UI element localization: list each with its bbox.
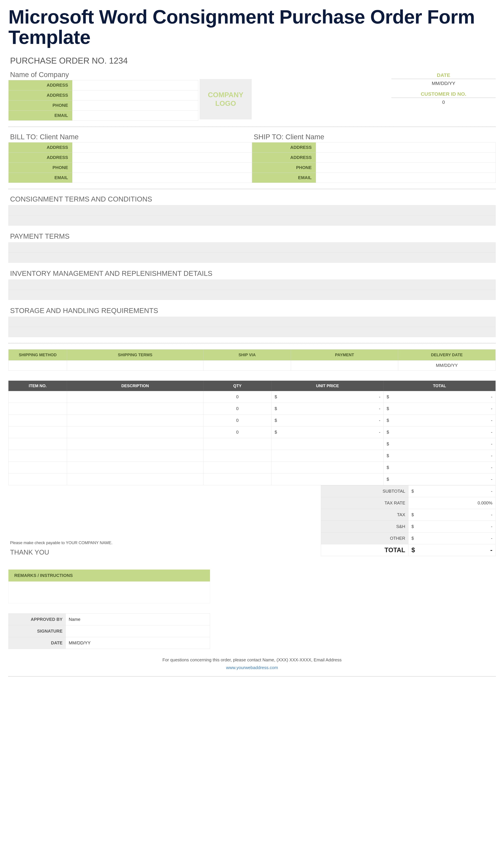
col-header: SHIPPING METHOD — [8, 349, 67, 360]
footer-link[interactable]: www.yourwebaddress.com — [8, 665, 496, 670]
item-no-cell[interactable] — [8, 391, 67, 403]
divider — [8, 343, 496, 343]
delivery-date-cell[interactable]: MM/DD/YY — [398, 360, 496, 371]
payment-terms-title: PAYMENT TERMS — [8, 232, 496, 240]
total-cell[interactable]: $- — [383, 403, 496, 414]
field-value[interactable] — [72, 80, 198, 90]
field-value[interactable] — [316, 152, 496, 162]
field-value[interactable] — [72, 110, 198, 120]
col-header: SHIPPING TERMS — [67, 349, 203, 360]
field-label: ADDRESS — [8, 90, 72, 100]
ship-via-cell[interactable] — [203, 360, 291, 371]
remarks-body[interactable] — [8, 582, 210, 603]
item-no-cell[interactable] — [8, 473, 67, 485]
qty-cell[interactable] — [203, 462, 271, 473]
table-row: $- — [8, 462, 496, 473]
description-cell[interactable] — [67, 426, 203, 438]
totals-label-cell: OTHER — [321, 532, 409, 544]
unit-price-cell[interactable]: $- — [271, 391, 383, 403]
table-row: $- — [8, 450, 496, 462]
totals-value-cell: $- — [409, 485, 496, 497]
unit-price-cell[interactable]: $- — [271, 414, 383, 426]
inventory-area[interactable] — [8, 279, 496, 300]
approval-value-cell[interactable] — [66, 625, 210, 637]
totals-row: S&H$- — [321, 520, 496, 532]
field-value[interactable] — [72, 142, 252, 152]
approval-value-cell[interactable]: MM/DD/YY — [66, 637, 210, 649]
field-value[interactable] — [316, 142, 496, 152]
qty-cell[interactable] — [203, 450, 271, 462]
grand-total-value: $- — [409, 544, 496, 556]
unit-price-cell[interactable] — [271, 438, 383, 450]
date-value[interactable]: MM/DD/YY — [392, 79, 496, 89]
shipping-method-cell[interactable] — [8, 360, 67, 371]
qty-cell[interactable]: 0 — [203, 403, 271, 414]
col-header: UNIT PRICE — [271, 381, 383, 391]
total-cell[interactable]: $- — [383, 426, 496, 438]
total-cell[interactable]: $- — [383, 473, 496, 485]
field-value[interactable] — [72, 152, 252, 162]
col-header: DESCRIPTION — [67, 381, 203, 391]
description-cell[interactable] — [67, 473, 203, 485]
field-label: ADDRESS — [8, 142, 72, 152]
description-cell[interactable] — [67, 462, 203, 473]
divider — [8, 676, 496, 677]
item-no-cell[interactable] — [8, 403, 67, 414]
totals-label-cell: TAX — [321, 509, 409, 520]
field-value[interactable] — [72, 90, 198, 100]
storage-area[interactable] — [8, 317, 496, 337]
col-header: DELIVERY DATE — [398, 349, 496, 360]
field-label: ADDRESS — [8, 80, 72, 90]
unit-price-cell[interactable] — [271, 473, 383, 485]
total-cell[interactable]: $- — [383, 450, 496, 462]
payment-terms-area[interactable] — [8, 242, 496, 263]
col-header: ITEM NO. — [8, 381, 67, 391]
unit-price-cell[interactable]: $- — [271, 426, 383, 438]
item-no-cell[interactable] — [8, 462, 67, 473]
totals-row: OTHER$- — [321, 532, 496, 544]
col-header: TOTAL — [383, 381, 496, 391]
total-cell[interactable]: $- — [383, 391, 496, 403]
qty-cell[interactable]: 0 — [203, 426, 271, 438]
unit-price-cell[interactable]: $- — [271, 403, 383, 414]
approval-row: SIGNATURE — [8, 625, 210, 637]
footer-contact-text: For questions concerning this order, ple… — [8, 657, 496, 663]
description-cell[interactable] — [67, 438, 203, 450]
customer-id-label: CUSTOMER ID NO. — [392, 91, 496, 98]
unit-price-cell[interactable] — [271, 462, 383, 473]
total-cell[interactable]: $- — [383, 438, 496, 450]
divider — [8, 189, 496, 189]
field-value[interactable] — [72, 100, 198, 110]
totals-row: TAX$- — [321, 509, 496, 520]
description-cell[interactable] — [67, 403, 203, 414]
payment-cell[interactable] — [291, 360, 398, 371]
description-cell[interactable] — [67, 391, 203, 403]
approval-value-cell[interactable]: Name — [66, 614, 210, 625]
description-cell[interactable] — [67, 450, 203, 462]
total-cell[interactable]: $- — [383, 462, 496, 473]
consignment-terms-area[interactable] — [8, 205, 496, 226]
qty-cell[interactable] — [203, 473, 271, 485]
item-no-cell[interactable] — [8, 426, 67, 438]
qty-cell[interactable]: 0 — [203, 391, 271, 403]
qty-cell[interactable]: 0 — [203, 414, 271, 426]
item-no-cell[interactable] — [8, 414, 67, 426]
col-header: PAYMENT — [291, 349, 398, 360]
customer-id-value[interactable]: 0 — [392, 98, 496, 108]
grand-total-label: TOTAL — [321, 544, 409, 556]
total-cell[interactable]: $- — [383, 414, 496, 426]
field-value[interactable] — [316, 162, 496, 173]
item-no-cell[interactable] — [8, 450, 67, 462]
description-cell[interactable] — [67, 414, 203, 426]
item-no-cell[interactable] — [8, 438, 67, 450]
totals-row: TAX RATE0.000% — [321, 497, 496, 509]
ship-to-title: SHIP TO: Client Name — [252, 133, 496, 141]
shipping-terms-cell[interactable] — [67, 360, 203, 371]
qty-cell[interactable] — [203, 438, 271, 450]
field-value[interactable] — [72, 173, 252, 183]
unit-price-cell[interactable] — [271, 450, 383, 462]
field-value[interactable] — [316, 173, 496, 183]
field-value[interactable] — [72, 162, 252, 173]
totals-value-cell: $- — [409, 520, 496, 532]
remarks-header: REMARKS / INSTRUCTIONS — [8, 569, 210, 582]
